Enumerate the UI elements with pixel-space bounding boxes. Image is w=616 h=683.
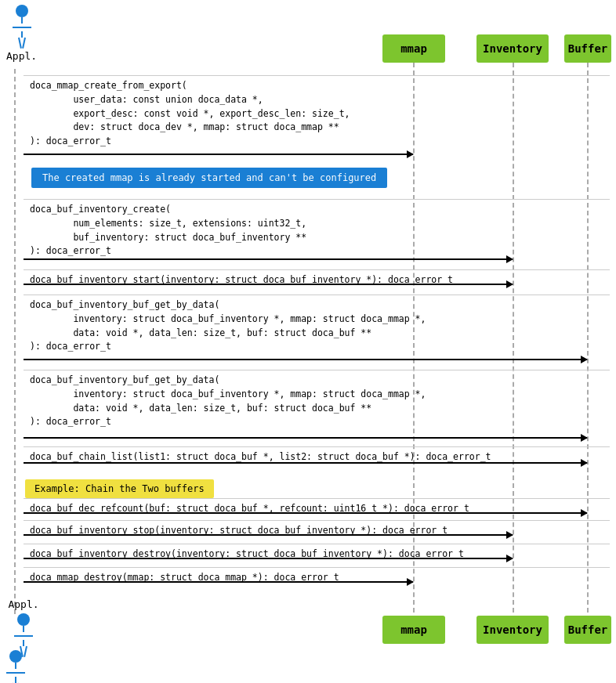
buffer-header-bottom: Buffer <box>564 616 611 644</box>
appl-label-top: Appl. <box>6 50 37 62</box>
appl-actor-top: Appl. <box>6 5 37 62</box>
note-chain-buffers: Example: Chain the Two buffers <box>25 479 214 498</box>
call-block-2: doca_buf_inventory_create( num_elements:… <box>24 199 610 262</box>
arrow-3 <box>24 284 513 285</box>
inventory-header-bottom: Inventory <box>476 616 549 644</box>
buffer-header-top: Buffer <box>564 34 611 63</box>
arrow-4 <box>24 359 587 360</box>
mmap-header-top: mmap <box>382 34 445 63</box>
actor-body <box>13 17 31 49</box>
call-block-3: doca_buf_inventory_start(inventory: stru… <box>24 269 610 291</box>
arrow-6 <box>24 462 587 464</box>
call-block-9: doca_buf_inventory_destroy(inventory: st… <box>24 544 610 565</box>
arrow-5 <box>24 437 587 439</box>
call-block-10: doca_mmap_destroy(mmap: struct doca_mmap… <box>24 567 610 588</box>
arrow-8 <box>24 534 513 536</box>
actor-head-bottom <box>17 613 30 626</box>
call-block-7: doca_buf_dec_refcount(buf: struct doca_b… <box>24 498 610 519</box>
arrow-7 <box>24 512 587 514</box>
call-block-8: doca_buf_inventory_stop(inventory: struc… <box>24 520 610 541</box>
inventory-header-top: Inventory <box>476 34 549 63</box>
arrow-10 <box>24 581 413 583</box>
call-block-6: doca_buf_chain_list(list1: struct doca_b… <box>24 446 610 468</box>
actor-head <box>16 5 28 17</box>
arrow-9 <box>24 558 513 559</box>
lifeline-appl <box>14 69 16 614</box>
arrow-2 <box>24 258 513 260</box>
note-mmap-started: The created mmap is already started and … <box>31 168 387 188</box>
sequence-diagram: Appl. mmap Inventory Buffer doca_mmap_cr… <box>0 0 616 683</box>
call-block-1: doca_mmap_create_from_export( user_data:… <box>24 75 610 152</box>
call-block-4: doca_buf_inventory_buf_get_by_data( inve… <box>24 295 610 357</box>
appl-figure-bottom <box>6 650 25 683</box>
appl-actor-bottom: Appl. <box>0 595 47 657</box>
call-block-5: doca_buf_inventory_buf_get_by_data( inve… <box>24 370 610 432</box>
mmap-header-bottom: mmap <box>382 616 445 644</box>
appl-label-bottom: Appl. <box>8 598 38 610</box>
arrow-1 <box>24 154 413 155</box>
